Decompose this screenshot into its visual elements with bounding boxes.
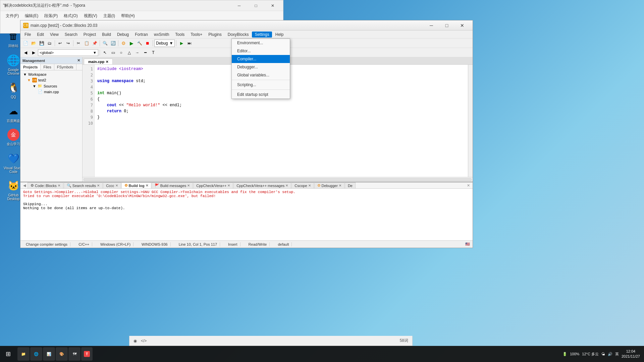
menu-settings[interactable]: Settings [252,32,272,38]
logs-tab-cccc[interactable]: Cccc ✕ [103,182,121,188]
menu-view[interactable]: View [47,32,61,38]
menu-file[interactable]: File [22,32,34,38]
tb2-circle[interactable]: ○ [117,49,125,56]
tb2-rect[interactable]: ▭ [109,49,117,56]
typora-menu-edit[interactable]: 编辑(E) [22,12,41,19]
taskbar-item-ppt[interactable]: 📊 [43,347,55,361]
typora-menu-view[interactable]: 视图(V) [81,12,100,19]
tb-save-all[interactable]: 🗂 [46,40,53,47]
logs-tab-cscope[interactable]: Cscope ✕ [291,182,314,188]
tb-build[interactable]: 🔨 [136,40,143,47]
logs-tab-cppcheck2-close[interactable]: ✕ [285,184,288,187]
codeblocks-minimize-button[interactable]: ─ [424,20,439,31]
editor-tab-close-icon[interactable]: ✕ [106,60,108,64]
typora-minimize-button[interactable]: ─ [231,0,247,11]
typora-menu-paragraph[interactable]: 段落(P) [42,12,60,19]
tree-test2[interactable]: ▼ CB test2 [22,77,81,83]
menu-fortran[interactable]: Fortran [132,32,151,38]
taskbar-start-button[interactable]: ⊞ [0,346,16,362]
menu-help[interactable]: Help [273,32,286,38]
menu-project[interactable]: Project [81,32,99,38]
tb-run[interactable]: ▶ [128,40,135,47]
tb-replace[interactable]: 🔄 [109,40,117,47]
menu-build[interactable]: Build [99,32,114,38]
tb-open[interactable]: 📂 [30,40,37,47]
logs-tab-buildmsg[interactable]: 🚩 Build messages ✕ [152,182,193,188]
codeblocks-maximize-button[interactable]: □ [439,20,454,31]
tb2-cursor[interactable]: ↖ [101,49,109,56]
typora-close-button[interactable]: ✕ [265,0,280,11]
scope-dropdown[interactable]: <global> ▼ [38,49,98,56]
menu-wxsmith[interactable]: wxSmith [151,32,172,38]
editor-tab-main-cpp[interactable]: main.cpp ✕ [84,59,113,64]
tb-save[interactable]: 💾 [38,40,45,47]
menu-debug[interactable]: Debug [114,32,131,38]
menu-item-compiler[interactable]: Compiler... [232,55,290,63]
logs-tab-de[interactable]: De [345,182,356,188]
typora-menu-theme[interactable]: 主题(I) [101,12,118,19]
typora-menu-format[interactable]: 格式(O) [61,12,80,19]
tb-undo[interactable]: ↩ [56,40,64,47]
logs-close-panel[interactable]: ✕ [466,183,471,188]
taskbar-item-explorer[interactable]: 📁 [17,347,30,361]
menu-plugins[interactable]: Plugins [206,32,224,38]
taskbar-item-maps[interactable]: 🗺 [68,347,80,361]
logs-tab-cscope-close[interactable]: ✕ [308,184,311,187]
sidebar-close-icon[interactable]: ✕ [77,58,80,63]
logs-tab-debugger[interactable]: ⚙ Debugger ✕ [314,182,344,188]
logs-scroll-left[interactable]: ◀ [22,183,27,188]
taskbar-item-typora[interactable]: T [81,347,93,361]
tb-new[interactable]: 📄 [22,40,29,47]
scrollbar-track-h[interactable] [84,178,472,181]
tb2-text[interactable]: T [150,49,157,56]
tb2-back[interactable]: ◀ [22,49,29,56]
menu-item-global-variables[interactable]: Global variables... [232,71,290,79]
tb-stop[interactable]: ⏹ [144,40,151,47]
tb-build-run[interactable]: ⚙ [120,40,127,47]
typora-maximize-button[interactable]: □ [248,0,264,11]
tree-main-cpp[interactable]: 📄 main.cpp [22,89,81,95]
logs-tab-buildmsg-close[interactable]: ✕ [187,184,190,187]
tb-paste[interactable]: 📌 [91,40,98,47]
typora-menu-file[interactable]: 文件(F) [3,12,21,19]
logs-tab-cppcheck2[interactable]: CppCheck/Vera++ messages ✕ [233,182,291,188]
typora-menu-help[interactable]: 帮助(H) [118,12,138,19]
menu-edit[interactable]: Edit [34,32,47,38]
logs-content[interactable]: Goto Settings->Compiler...->Global compi… [20,189,473,240]
menu-item-edit-startup[interactable]: Edit startup script [232,90,290,99]
menu-item-scripting[interactable]: Scripting... [232,81,290,89]
logs-tab-cccc-close[interactable]: ✕ [115,184,118,187]
menu-item-editor[interactable]: Editor... [232,47,290,55]
tb2-fwd[interactable]: ▶ [30,49,37,56]
sidebar-tab-fsymbols[interactable]: FSymbols [54,64,76,70]
tree-workspace[interactable]: ▼ Workspace [22,72,81,77]
logs-tab-codeblocks-close[interactable]: ✕ [58,184,60,187]
tb2-triangle[interactable]: △ [125,49,133,56]
tb-cut[interactable]: ✂ [75,40,82,47]
logs-tab-cppcheck-close[interactable]: ✕ [227,184,230,187]
tb-debug-run[interactable]: ▶ [178,40,185,47]
tb2-arrow1[interactable]: → [133,49,141,56]
tb-debug-next[interactable]: ⏭ [186,40,193,47]
taskbar-item-app4[interactable]: 🎨 [56,347,68,361]
tb2-line[interactable]: ━ [142,49,149,56]
tb-redo[interactable]: ↪ [64,40,72,47]
logs-tab-search-close[interactable]: ✕ [97,184,100,187]
menu-doxyblocks[interactable]: DoxyBlocks [225,32,252,38]
menu-tools[interactable]: Tools [172,32,187,38]
tray-lang[interactable]: 英 [615,352,619,357]
tb-find[interactable]: 🔍 [101,40,109,47]
menu-search[interactable]: Search [62,32,80,38]
codeblocks-close-button[interactable]: ✕ [454,20,470,31]
editor-scrollbar[interactable] [468,65,473,177]
logs-tab-debugger-close[interactable]: ✕ [339,184,341,187]
menu-item-environment[interactable]: Environment... [232,39,290,47]
horizontal-scrollbar[interactable] [83,177,473,182]
taskbar-item-chrome[interactable]: 🌐 [30,347,42,361]
logs-tab-buildlog[interactable]: ⚙ Build log ✕ [121,182,151,188]
logs-tab-cppcheck[interactable]: CppCheck/Vera++ ✕ [193,182,233,188]
tb-copy[interactable]: 📋 [83,40,90,47]
logs-tab-buildlog-close[interactable]: ✕ [146,184,148,187]
sidebar-tab-projects[interactable]: Projects [20,64,41,70]
tree-sources[interactable]: ▼ 📁 Sources [22,83,81,89]
